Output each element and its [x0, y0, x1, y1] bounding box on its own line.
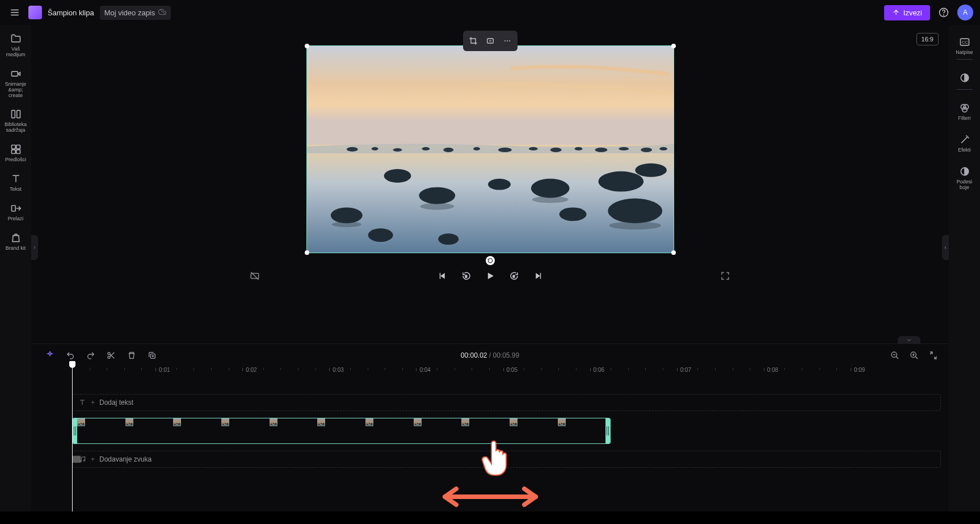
svg-point-27	[528, 147, 537, 150]
redo-button[interactable]	[83, 348, 98, 363]
text-track-label: Dodaj tekst	[99, 399, 133, 406]
svg-rect-51	[439, 273, 440, 279]
resize-handle-tr[interactable]	[671, 44, 676, 48]
folder-icon	[10, 33, 22, 44]
playhead[interactable]	[72, 364, 73, 512]
menu-icon[interactable]	[7, 5, 23, 20]
library-icon	[10, 108, 22, 120]
svg-rect-54	[540, 273, 541, 279]
resize-handle-bl[interactable]	[305, 250, 309, 255]
svg-point-87	[321, 423, 322, 424]
export-button[interactable]: Izvezi	[884, 5, 930, 20]
clip-trim-right[interactable]	[605, 418, 610, 443]
svg-rect-13	[11, 206, 15, 211]
sidebar-item-media[interactable]: Vaš medijum	[0, 30, 31, 62]
hide-ui-button[interactable]	[247, 268, 263, 284]
zoom-out-button[interactable]	[888, 348, 902, 363]
svg-rect-19	[307, 145, 674, 253]
magic-button[interactable]	[43, 348, 57, 363]
ruler-mark: 0:03	[333, 367, 343, 373]
aspect-ratio-selector[interactable]: 16:9	[916, 33, 939, 45]
timeline-collapse-toggle[interactable]	[898, 336, 920, 344]
prev-frame-button[interactable]	[435, 268, 451, 284]
collapse-icon	[929, 351, 938, 360]
next-frame-button[interactable]	[530, 268, 546, 284]
sidebar-item-effects[interactable]: Efekti	[949, 129, 980, 159]
sidebar-item-captions[interactable]: CC Natpise	[949, 32, 980, 65]
crop-button[interactable]	[465, 33, 481, 49]
ruler-mark: 0:02	[246, 367, 256, 373]
svg-rect-105	[558, 418, 566, 426]
clip-thumb	[221, 418, 270, 443]
rewind-button[interactable]: 5	[459, 268, 474, 284]
svg-point-80	[226, 424, 229, 425]
delete-button[interactable]	[124, 348, 139, 363]
svg-point-30	[595, 148, 607, 152]
svg-rect-77	[221, 418, 229, 426]
svg-point-94	[414, 424, 416, 425]
sidebar-right-expand-toggle[interactable]	[942, 235, 949, 260]
sidebar-item-brandkit[interactable]: Brand kit	[0, 229, 31, 256]
svg-line-59	[896, 357, 898, 359]
grid-icon	[10, 144, 22, 155]
svg-point-67	[81, 423, 82, 424]
main-area: Vaš medijum Snimanje &amp; create Biblio…	[0, 25, 980, 512]
text-track[interactable]: + Dodaj tekst	[72, 394, 941, 411]
sidebar-item-audio[interactable]	[949, 68, 980, 95]
svg-point-71	[128, 423, 129, 424]
sidebar-item-text[interactable]: Tekst	[0, 170, 31, 197]
split-button[interactable]	[104, 348, 119, 363]
sidebar-item-record[interactable]: Snimanje &amp; create	[0, 65, 31, 103]
zoom-in-button[interactable]	[907, 348, 922, 363]
video-clip[interactable]	[72, 418, 611, 444]
sidebar-item-templates[interactable]: Predlošci	[0, 140, 31, 167]
timeline-ruler[interactable]: 0:010:020:030:040:050:060:070:080:09	[72, 367, 941, 382]
svg-point-15	[504, 40, 506, 41]
svg-point-45	[420, 203, 454, 209]
sidebar-item-transitions[interactable]: Prelazi	[0, 199, 31, 227]
crop-icon	[469, 36, 478, 45]
sidebar-item-filters[interactable]: Filteri	[949, 98, 980, 127]
duplicate-button[interactable]	[145, 348, 159, 363]
fit-button[interactable]	[482, 33, 498, 49]
svg-rect-11	[11, 150, 15, 154]
player-controls: 5 5	[31, 263, 949, 288]
svg-rect-97	[461, 418, 469, 426]
help-icon[interactable]	[936, 5, 952, 20]
svg-point-102	[511, 424, 512, 425]
forward-button[interactable]: 5	[506, 268, 522, 284]
audio-track[interactable]: + Dodavanje zvuka	[72, 451, 941, 468]
resize-handle-br[interactable]	[671, 250, 676, 255]
svg-point-17	[509, 40, 510, 41]
svg-text:CC: CC	[962, 40, 968, 45]
svg-text:5: 5	[512, 275, 515, 278]
video-canvas[interactable]	[306, 45, 674, 253]
resize-handle-tl[interactable]	[305, 44, 309, 48]
svg-point-92	[371, 424, 373, 425]
svg-point-96	[418, 424, 420, 425]
svg-point-75	[176, 423, 178, 424]
fullscreen-button[interactable]	[717, 268, 733, 284]
fit-timeline-button[interactable]	[926, 348, 941, 363]
more-stage-button[interactable]	[499, 33, 515, 49]
svg-point-98	[462, 424, 464, 425]
clip-trim-left[interactable]	[73, 418, 77, 443]
play-button[interactable]	[482, 268, 498, 284]
user-avatar[interactable]: A	[957, 5, 973, 20]
skip-back-icon	[438, 271, 448, 281]
project-name-input[interactable]: Moj video zapis	[100, 6, 171, 20]
svg-point-86	[318, 424, 320, 425]
svg-point-107	[561, 423, 562, 424]
video-track[interactable]	[72, 418, 941, 444]
plus-icon: +	[91, 455, 95, 463]
svg-rect-73	[173, 418, 181, 426]
svg-text:5: 5	[465, 275, 467, 278]
ruler-mark: 0:04	[419, 367, 430, 373]
svg-point-16	[507, 40, 508, 41]
svg-rect-7	[11, 111, 15, 118]
sidebar-item-colors[interactable]: Podesi boje	[949, 161, 980, 196]
sparkle-icon	[45, 351, 54, 360]
svg-rect-81	[270, 418, 277, 426]
sidebar-item-library[interactable]: Biblioteka sadržaja	[0, 105, 31, 138]
svg-point-88	[322, 424, 325, 425]
